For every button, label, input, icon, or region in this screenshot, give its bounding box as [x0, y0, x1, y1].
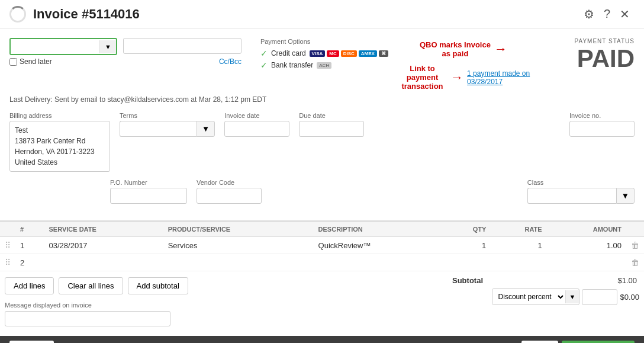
- table-row: ⠿ 1 03/28/2017 Services QuickReview™ 1 1…: [0, 237, 644, 254]
- vendor-input[interactable]: [197, 188, 262, 204]
- subtotal-label: Subtotal: [452, 276, 483, 285]
- to-input-wrapper: Test ▼: [9, 38, 117, 55]
- description-col-header: DESCRIPTION: [314, 222, 443, 237]
- due-date-label: Due date: [299, 112, 364, 119]
- po-label: P.O. Number: [110, 179, 187, 186]
- last-delivery-text: Last Delivery: Sent by email to stacy@ki…: [9, 95, 635, 104]
- email-input[interactable]: stacy@kildalservices.com: [123, 38, 242, 54]
- service-date-1: 03/28/2017: [44, 237, 163, 254]
- delete-2: 🗑: [626, 254, 644, 271]
- rate-2: [491, 254, 546, 271]
- help-button[interactable]: ?: [599, 5, 615, 23]
- description-2: [314, 254, 443, 271]
- mc-icon: MC: [327, 50, 339, 57]
- subtotal-value: $1.00: [617, 276, 637, 285]
- po-group: P.O. Number: [110, 179, 187, 204]
- vendor-label: Vendor Code: [197, 179, 262, 186]
- row-num-2: 2: [15, 254, 44, 271]
- discount-select[interactable]: Discount percent: [492, 289, 565, 304]
- save-and-send-button[interactable]: Save and send: [562, 341, 635, 344]
- drag-handle-icon[interactable]: ⠿: [5, 241, 11, 250]
- qty-1: 1: [443, 237, 491, 254]
- class-label: Class: [527, 179, 635, 186]
- terms-input[interactable]: Due on receipt: [120, 121, 197, 137]
- billing-address-group: Billing address Test 13873 Park Center R…: [9, 112, 110, 172]
- message-input[interactable]: Thanks for your business - we truly love…: [5, 311, 170, 326]
- table-header-row: # SERVICE DATE PRODUCT/SERVICE DESCRIPTI…: [0, 222, 644, 237]
- header-row: Test ▼ stacy@kildalservices.com Send lat…: [9, 38, 635, 91]
- product-service-2: [163, 254, 314, 271]
- form-fields-row: Billing address Test 13873 Park Center R…: [9, 112, 635, 172]
- drag-handle-2-icon[interactable]: ⠿: [5, 258, 11, 267]
- payment-link[interactable]: 1 payment made on 03/28/2017: [467, 69, 533, 86]
- product-service-1: Services: [163, 237, 314, 254]
- invoice-date-label: Invoice date: [224, 112, 289, 119]
- class-input[interactable]: [527, 188, 616, 204]
- bank-transfer-check: ✓: [260, 60, 268, 70]
- amex-icon: AMEX: [359, 50, 377, 57]
- top-bar: Invoice #5114016 ⚙ ? ✕: [0, 0, 644, 28]
- amount-1: 1.00: [547, 237, 626, 254]
- send-later-label: Send later: [20, 57, 52, 66]
- invoice-date-input[interactable]: 03/28/2017: [224, 121, 289, 137]
- product-service-col-header: PRODUCT/SERVICE: [163, 222, 314, 237]
- bank-transfer-option: ✓ Bank transfer ACH: [260, 60, 391, 70]
- cc-bcc-link[interactable]: Cc/Bcc: [219, 57, 242, 66]
- add-lines-button[interactable]: Add lines: [5, 277, 54, 294]
- clear-all-lines-button[interactable]: Clear all lines: [59, 277, 123, 294]
- rate-1: 1: [491, 237, 546, 254]
- class-group: Class ▼: [527, 179, 635, 204]
- billing-line-2: 13873 Park Center Rd: [15, 136, 105, 146]
- table-row: ⠿ 2 🗑: [0, 254, 644, 271]
- terms-dropdown-btn[interactable]: ▼: [197, 121, 215, 137]
- amount-col-header: AMOUNT: [547, 222, 626, 237]
- to-input[interactable]: Test: [11, 39, 99, 54]
- invoice-no-label: Invoice no.: [569, 112, 635, 119]
- payment-status-section: PAYMENT STATUS PAID: [540, 38, 635, 73]
- settings-button[interactable]: ⚙: [579, 5, 599, 24]
- discount-value-input[interactable]: [582, 289, 617, 305]
- send-later-checkbox[interactable]: [9, 58, 17, 66]
- add-subtotal-button[interactable]: Add subtotal: [128, 277, 188, 294]
- discount-dropdown-arrow[interactable]: ▼: [565, 290, 579, 303]
- qty-col-header: QTY: [443, 222, 491, 237]
- payment-status-value: PAID: [540, 44, 635, 73]
- cancel-button[interactable]: Cancel: [9, 341, 54, 344]
- due-date-input[interactable]: 03/28/2017: [299, 121, 364, 137]
- payment-options-section: Payment Options ✓ Credit card VISA MC DI…: [260, 38, 391, 72]
- class-dropdown-btn[interactable]: ▼: [616, 188, 635, 204]
- drag-handle-cell: ⠿: [0, 237, 15, 254]
- link-annotation-text: Link topayment transaction: [398, 64, 447, 91]
- close-button[interactable]: ✕: [615, 5, 635, 24]
- invoice-date-group: Invoice date 03/28/2017: [224, 112, 289, 137]
- delete-row-1-icon[interactable]: 🗑: [631, 241, 639, 250]
- billing-line-1: Test: [15, 125, 105, 136]
- subtotal-row: Subtotal $1.00: [450, 276, 639, 285]
- terms-label: Terms: [120, 112, 215, 119]
- billing-address-box: Test 13873 Park Center Rd Herndon, VA 20…: [9, 121, 110, 172]
- credit-card-option: ✓ Credit card VISA MC DISC AMEX ⌘: [260, 49, 391, 58]
- qbo-annotation-arrow: →: [494, 41, 507, 57]
- discount-row: Discount percent ▼ $0.00: [450, 288, 639, 305]
- drag-col-header: [0, 222, 15, 237]
- invoice-no-input[interactable]: 5114016: [569, 121, 635, 137]
- service-date-col-header: SERVICE DATE: [44, 222, 163, 237]
- vendor-group: Vendor Code: [197, 179, 262, 204]
- delete-col-header: [626, 222, 644, 237]
- annotation-area: QBO marks Invoiceas paid → Link topaymen…: [398, 38, 533, 91]
- totals-section: Subtotal $1.00 Discount percent ▼ $0.00: [450, 276, 639, 307]
- save-button[interactable]: Save: [521, 341, 558, 344]
- rate-col-header: RATE: [491, 222, 546, 237]
- po-input[interactable]: [110, 188, 187, 204]
- invoice-no-group: Invoice no. 5114016: [569, 112, 635, 137]
- payment-options-title: Payment Options: [260, 38, 391, 45]
- page-title: Invoice #5114016: [33, 7, 579, 22]
- class-wrapper: ▼: [527, 188, 635, 204]
- to-dropdown-arrow[interactable]: ▼: [99, 40, 116, 53]
- bottom-actions: Add lines Clear all lines Add subtotal: [5, 271, 450, 297]
- po-vendor-row: P.O. Number Vendor Code Class ▼: [9, 179, 635, 204]
- delete-row-2-icon[interactable]: 🗑: [631, 258, 639, 267]
- to-field-group: Test ▼: [9, 38, 117, 55]
- delete-1: 🗑: [626, 237, 644, 254]
- email-field-group: stacy@kildalservices.com: [123, 38, 242, 54]
